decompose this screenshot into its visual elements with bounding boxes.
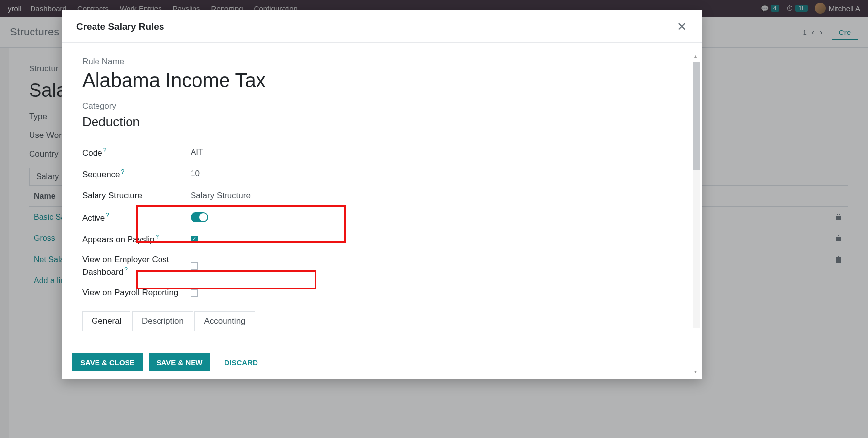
tab-general[interactable]: General [82,311,130,331]
scroll-down-icon[interactable]: ▾ [691,369,700,377]
view-employer-cost-checkbox[interactable] [191,262,198,270]
salary-structure-label: Salary Structure [82,191,191,201]
save-and-new-button[interactable]: SAVE & NEW [149,353,211,371]
tab-accounting[interactable]: Accounting [194,311,255,331]
view-payroll-reporting-label: View on Payroll Reporting [82,287,191,299]
rule-tabs: General Description Accounting [82,311,681,331]
rule-name-field[interactable]: Alabama Income Tax [82,69,681,92]
active-toggle[interactable] [191,212,208,222]
close-icon[interactable]: ✕ [677,21,687,33]
help-icon[interactable]: ? [103,147,107,154]
view-payroll-reporting-checkbox[interactable] [191,289,198,297]
active-label: Active [82,213,105,222]
tab-description[interactable]: Description [132,311,193,331]
help-icon[interactable]: ? [124,266,128,273]
sequence-field[interactable]: 10 [191,169,200,179]
code-field[interactable]: AIT [191,147,203,157]
sequence-label: Sequence [82,169,120,179]
help-icon[interactable]: ? [121,168,125,175]
scrollbar[interactable] [693,62,700,328]
help-icon[interactable]: ? [106,212,109,219]
save-and-close-button[interactable]: SAVE & CLOSE [72,353,143,371]
appears-on-payslip-checkbox[interactable]: ✓ [191,236,198,243]
appears-on-payslip-label: Appears on Payslip [82,235,154,244]
rule-name-label: Rule Name [82,57,681,67]
scroll-up-icon[interactable]: ▴ [691,53,700,62]
code-label: Code [82,148,102,157]
category-field[interactable]: Deduction [82,114,681,130]
discard-button[interactable]: DISCARD [216,353,265,371]
create-salary-rule-dialog: Create Salary Rules ✕ Rule Name Alabama … [62,10,702,379]
salary-structure-field[interactable]: Salary Structure [191,191,251,201]
category-label: Category [82,101,681,111]
help-icon[interactable]: ? [155,234,159,240]
dialog-title: Create Salary Rules [76,21,164,32]
